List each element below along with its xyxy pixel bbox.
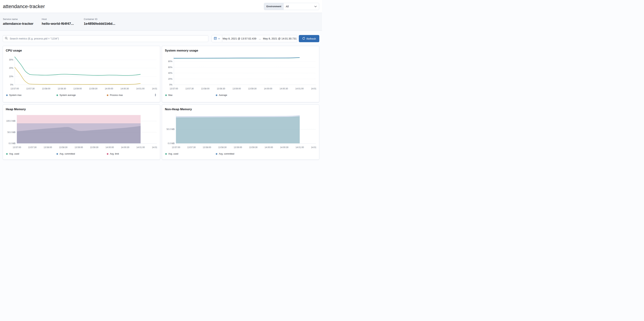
heap-memory-chart[interactable]: 0.0 MB50.0 MB100.0 MB13:57:0013:57:3013:… [6,113,157,150]
svg-text:80%: 80% [168,60,172,63]
service-name-field: Service name attendance-tracker [3,18,42,26]
legend-item[interactable]: Process max [107,94,157,96]
legend-label: Avg. committed [60,153,75,155]
legend-item[interactable]: Avg. used [6,153,56,155]
metrics-grid: CPU usage 0%10%20%30%13:57:0013:57:3013:… [3,46,319,160]
svg-text:13:59:30: 13:59:30 [89,87,98,90]
nonheap-memory-title: Non-Heap Memory [165,108,316,111]
search-icon [5,37,8,40]
svg-text:13:58:00: 13:58:00 [42,87,50,90]
legend-dot-icon [165,153,167,155]
legend-item[interactable]: System average [56,94,107,96]
svg-text:13:57:00: 13:57:00 [172,146,180,149]
legend-label: Average [219,94,227,96]
legend-dot-icon [56,94,58,96]
svg-text:50.0 MB: 50.0 MB [7,131,16,134]
nonheap-memory-chart[interactable]: 0.0 MB50.0 MB13:57:0013:57:3013:58:0013:… [165,113,316,150]
legend-item[interactable]: Avg. used [165,153,216,155]
scrollbar-thumb[interactable] [155,94,156,96]
service-info-bar: Service name attendance-tracker Host hel… [0,13,322,30]
svg-text:60%: 60% [168,66,172,69]
calendar-icon [214,37,217,41]
svg-text:13:58:30: 13:58:30 [218,146,227,149]
legend-dot-icon [165,94,167,96]
legend-dot-icon [56,153,58,155]
refresh-button[interactable]: Refresh [299,35,319,42]
legend-dot-icon [107,94,108,96]
service-name-label: Service name [3,18,42,20]
svg-text:0.0 MB: 0.0 MB [9,142,16,145]
search-metrics-input[interactable] [9,37,206,40]
heap-memory-legend: Avg. usedAvg. committedAvg. limit [6,153,157,155]
legend-item[interactable]: Avg. committed [216,153,266,155]
calendar-chevron-down-icon [218,37,220,40]
svg-text:100.0 MB: 100.0 MB [6,120,16,122]
legend-item[interactable]: Avg. committed [56,153,107,155]
svg-text:13:57:30: 13:57:30 [185,87,194,90]
legend-label: System max [9,94,22,96]
svg-text:13:59:00: 13:59:00 [234,146,242,149]
svg-text:13:57:30: 13:57:30 [26,87,35,90]
svg-text:13:58:30: 13:58:30 [217,87,225,90]
heap-memory-title: Heap Memory [6,108,157,111]
heap-memory-card: Heap Memory 0.0 MB50.0 MB100.0 MB13:57:0… [3,105,160,160]
svg-text:0%: 0% [10,83,14,86]
cpu-usage-legend: System maxSystem averageProcess max [6,94,157,96]
svg-text:10%: 10% [9,75,13,78]
svg-text:14:01:30: 14:01:30 [311,87,316,90]
svg-text:14:01:00: 14:01:00 [136,146,145,149]
date-range-picker[interactable]: May 8, 2021 @ 13:57:02.439 → May 8, 2021… [212,35,297,42]
svg-text:0.0 MB: 0.0 MB [168,142,174,145]
environment-select[interactable]: Environment All [264,3,319,10]
cpu-usage-chart[interactable]: 0%10%20%30%13:57:0013:57:3013:58:0013:58… [6,55,157,92]
svg-text:13:59:30: 13:59:30 [249,146,258,149]
system-memory-legend: MaxAverage [165,94,316,96]
search-metrics-box[interactable] [3,35,208,42]
environment-label: Environment [264,3,284,10]
cpu-usage-card: CPU usage 0%10%20%30%13:57:0013:57:3013:… [3,46,160,102]
system-memory-chart[interactable]: 0%20%40%60%80%13:57:0013:57:3013:58:0013… [165,55,316,92]
svg-text:14:00:00: 14:00:00 [105,87,113,90]
svg-text:13:58:00: 13:58:00 [201,87,210,90]
service-name-value: attendance-tracker [3,22,42,26]
date-start[interactable]: May 8, 2021 @ 13:57:02.439 [222,37,256,40]
legend-item[interactable]: Max [165,94,216,96]
date-range-display[interactable]: May 8, 2021 @ 13:57:02.439 → May 8, 2021… [222,35,297,42]
svg-text:13:59:00: 13:59:00 [232,87,241,90]
legend-item[interactable]: Avg. limit [107,153,157,155]
svg-text:14:01:00: 14:01:00 [136,87,144,90]
legend-item[interactable]: System max [6,94,56,96]
legend-label: Avg. limit [110,153,119,155]
container-id-field: Container ID 1e4856feddd1b6d... [84,18,115,26]
date-picker-quick-menu[interactable] [212,35,222,42]
legend-label: Avg. committed [219,153,234,155]
environment-value[interactable]: All [284,3,319,10]
svg-text:14:00:00: 14:00:00 [264,87,272,90]
svg-text:13:59:30: 13:59:30 [90,146,98,149]
svg-text:13:57:30: 13:57:30 [28,146,37,149]
legend-dot-icon [216,153,217,155]
svg-text:14:01:30: 14:01:30 [311,146,316,149]
svg-text:20%: 20% [9,67,13,69]
host-value: hello-world-f64f47... [42,22,84,26]
legend-item[interactable]: Average [216,94,266,96]
svg-text:30%: 30% [9,58,13,61]
svg-text:13:58:30: 13:58:30 [59,146,68,149]
chevron-down-icon [314,5,317,8]
environment-selected: All [286,5,289,8]
legend-dot-icon [6,94,8,96]
svg-text:13:57:00: 13:57:00 [10,87,19,90]
arrow-right-icon: → [258,37,261,40]
cpu-usage-title: CPU usage [6,49,157,52]
date-end[interactable]: May 8, 2021 @ 14:01:30.731 [263,37,297,40]
container-id-label: Container ID [84,18,115,20]
page-title: attendance-tracker [3,3,45,9]
svg-text:13:58:00: 13:58:00 [203,146,211,149]
svg-text:13:58:00: 13:58:00 [44,146,52,149]
svg-text:13:59:00: 13:59:00 [73,87,82,90]
svg-text:14:01:00: 14:01:00 [296,146,304,149]
svg-text:14:01:00: 14:01:00 [295,87,304,90]
legend-label: Max [168,94,172,96]
legend-dot-icon [216,94,217,96]
refresh-label: Refresh [306,37,316,40]
